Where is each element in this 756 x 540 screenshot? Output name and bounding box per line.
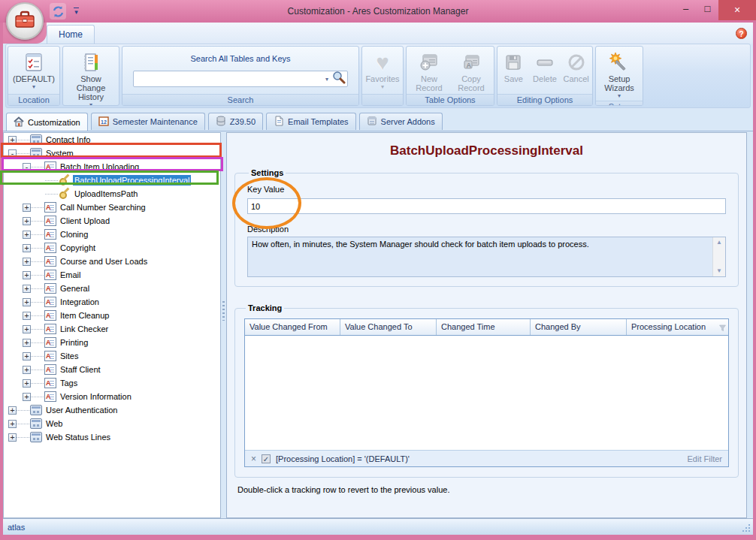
tree-expand-toggle[interactable]: + xyxy=(23,271,31,279)
tree-item[interactable]: + Integration xyxy=(4,295,220,309)
help-icon[interactable]: ? xyxy=(736,28,747,39)
tree-item[interactable]: + User Authentication xyxy=(4,403,220,417)
column-header[interactable]: Processing Location xyxy=(627,319,728,335)
key-value-input[interactable] xyxy=(247,198,726,214)
maximize-button[interactable]: □ xyxy=(697,0,718,20)
tree-expand-toggle[interactable]: + xyxy=(8,136,17,144)
tree-item[interactable]: - Batch Item Uploading xyxy=(4,160,220,173)
cancel-button[interactable]: Cancel xyxy=(561,48,591,92)
application-menu-button[interactable] xyxy=(6,2,44,40)
tab-z3950[interactable]: Z39.50 xyxy=(208,113,263,130)
delete-button[interactable]: Delete xyxy=(530,48,561,92)
tree-item[interactable]: BatchUploadProcessingInterval xyxy=(4,173,220,187)
tree-expand-toggle[interactable]: + xyxy=(23,379,31,388)
tree-item[interactable]: + Tags xyxy=(4,376,220,390)
tab-label: Server Addons xyxy=(381,117,435,126)
tree-item[interactable]: + Link Checker xyxy=(4,322,220,336)
group-caption-editing-options: Editing Options xyxy=(497,94,592,105)
tab-email-templates[interactable]: Email Templates xyxy=(266,113,356,130)
tree-expand-toggle[interactable]: + xyxy=(23,312,31,320)
column-header[interactable]: Changed Time xyxy=(437,319,531,335)
tree-expand-toggle[interactable]: + xyxy=(23,285,31,293)
tab-customization[interactable]: Customization xyxy=(6,113,88,131)
tree-item[interactable]: + Call Number Searching xyxy=(4,201,220,214)
chevron-down-icon[interactable]: ▾ xyxy=(322,76,332,83)
close-button[interactable]: × xyxy=(718,0,756,20)
tree-item[interactable]: + Version Information xyxy=(4,390,220,403)
tree-item[interactable]: UploadItemsPath xyxy=(4,187,220,201)
tree-item[interactable]: + Copyright xyxy=(4,241,220,255)
app-window: Customization - Ares Customization Manag… xyxy=(0,0,756,540)
location-default-button[interactable]: (DEFAULT) ▾ xyxy=(13,48,55,92)
tree-expand-toggle[interactable]: + xyxy=(8,406,17,415)
tree-item[interactable]: + Web xyxy=(4,417,220,430)
scroll-down-icon[interactable]: ▼ xyxy=(716,267,722,275)
filter-funnel-icon[interactable] xyxy=(719,324,726,333)
tree-item[interactable]: + Course and User Loads xyxy=(4,255,220,268)
resize-grip-icon[interactable] xyxy=(741,523,750,532)
tree-expand-toggle[interactable]: + xyxy=(23,217,31,225)
tree-expand-toggle[interactable]: - xyxy=(23,163,31,171)
column-header[interactable]: Value Changed To xyxy=(340,319,437,335)
search-input[interactable] xyxy=(134,72,322,86)
save-button[interactable]: Save xyxy=(499,48,528,92)
setup-wizards-button[interactable]: Setup Wizards ▾ xyxy=(600,48,639,99)
tree-item-label: Link Checker xyxy=(59,324,110,334)
tree-item[interactable]: + Contact Info xyxy=(4,133,220,146)
title-bar: Customization - Ares Customization Manag… xyxy=(0,0,756,23)
customize-quick-access-icon[interactable]: ▾ xyxy=(74,8,79,15)
splitter-handle[interactable] xyxy=(221,132,226,518)
tree-item[interactable]: + Sites xyxy=(4,349,220,363)
tree-expand-toggle[interactable]: + xyxy=(23,325,31,333)
scroll-up-icon[interactable]: ▲ xyxy=(716,239,722,246)
status-text: atlas xyxy=(8,523,25,532)
tracking-table-body[interactable] xyxy=(245,336,728,450)
clear-filter-icon[interactable]: × xyxy=(251,454,256,464)
document-tab-strip: Customization 12 Semester Maintenance xyxy=(3,108,753,131)
tree-item[interactable]: + General xyxy=(4,282,220,295)
tree-expand-toggle[interactable]: + xyxy=(23,339,31,347)
tree-expand-toggle[interactable]: + xyxy=(23,393,31,401)
tree-item[interactable]: - System xyxy=(4,146,220,160)
description-scrollbar[interactable]: ▲ ▼ xyxy=(712,237,725,276)
new-record-button[interactable]: New Record xyxy=(410,48,449,92)
show-change-history-button[interactable]: Show Change History ▾ xyxy=(66,48,116,106)
tree-expand-toggle[interactable]: + xyxy=(23,244,31,252)
column-header[interactable]: Changed By xyxy=(531,319,627,335)
tree-expand-toggle[interactable]: + xyxy=(23,231,31,239)
tree-item[interactable]: + Printing xyxy=(4,336,220,349)
tree-expand-toggle[interactable]: - xyxy=(8,149,17,158)
tab-semester-maintenance[interactable]: 12 Semester Maintenance xyxy=(91,113,205,130)
tree-expand-toggle[interactable]: + xyxy=(8,433,17,442)
minimize-button[interactable]: – xyxy=(675,0,697,20)
new-record-icon xyxy=(419,50,440,74)
tree-connector xyxy=(31,383,44,384)
ribbon-group-setup: Setup Wizards ▾ Setup xyxy=(595,46,643,106)
tree-expand-toggle[interactable]: + xyxy=(23,366,31,374)
search-icon[interactable] xyxy=(332,71,346,87)
tree-item[interactable]: + Email xyxy=(4,268,220,282)
tree-item[interactable]: + Web Status Lines xyxy=(4,430,220,444)
tree-expand-toggle[interactable]: + xyxy=(23,258,31,266)
tree-connector xyxy=(31,302,44,303)
tab-home[interactable]: Home xyxy=(47,25,95,44)
tree-item-icon xyxy=(30,432,42,442)
tab-server-addons[interactable]: Server Addons xyxy=(359,113,443,130)
tree-item[interactable]: + Client Upload xyxy=(4,214,220,228)
tree-expand-toggle[interactable]: + xyxy=(23,204,31,212)
tree-item-icon xyxy=(44,391,56,402)
tree-expand-toggle[interactable]: + xyxy=(8,420,17,428)
tree-expand-toggle[interactable]: + xyxy=(23,352,31,361)
tree-item-label: BatchUploadProcessingInterval xyxy=(73,175,191,186)
column-header[interactable]: Value Changed From xyxy=(245,319,340,335)
tree-expand-toggle[interactable]: + xyxy=(23,298,31,306)
edit-filter-link[interactable]: Edit Filter xyxy=(688,454,722,463)
filter-checkbox[interactable] xyxy=(262,454,271,463)
favorites-button[interactable]: ♥ Favorites ▾ xyxy=(365,48,399,92)
copy-record-button[interactable]: A Copy Record xyxy=(452,48,491,92)
customization-tree: + Contact Info - System - Batch Item Upl… xyxy=(3,132,221,518)
tree-item[interactable]: + Staff Client xyxy=(4,363,220,376)
tree-item[interactable]: + Cloning xyxy=(4,228,220,241)
tree-item[interactable]: + Item Cleanup xyxy=(4,309,220,322)
sync-icon[interactable] xyxy=(50,3,66,20)
